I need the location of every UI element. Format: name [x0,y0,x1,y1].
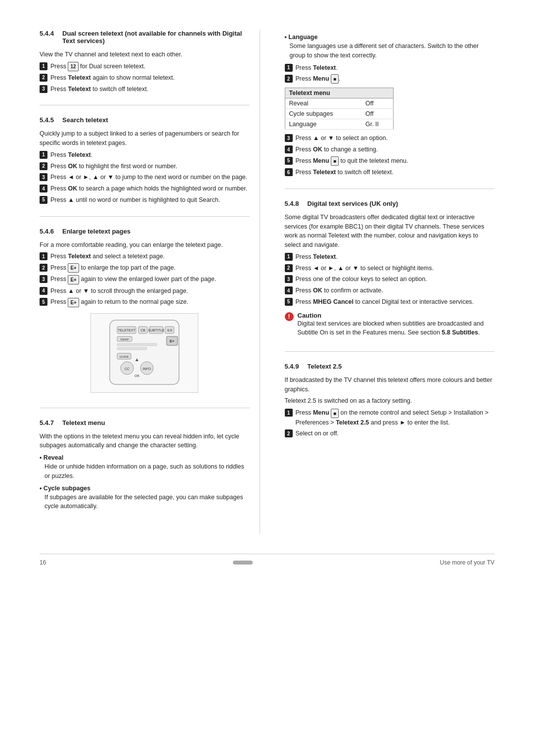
language-desc: Some languages use a different set of ch… [285,42,495,60]
svg-rect-14 [117,347,147,350]
step-lang-2: 2 Press Menu ■. [285,74,495,84]
svg-text:OK: OK [134,374,139,378]
section-header-5-4-9: 5.4.9 Teletext 2.5 [285,363,495,373]
table-cell-language-value: Gr. II [361,119,393,130]
caution-box: ! Caution Digital text services are bloc… [285,312,495,340]
caution-content: Caution Digital text services are blocke… [298,312,495,340]
section-intro-5-4-7: With the options in the teletext menu yo… [40,432,250,451]
svg-text:TELETEXT: TELETEXT [118,329,136,332]
section-title-5-4-8: Digital text services (UK only) [308,200,399,207]
section-intro-5-4-4: View the TV channel and teletext next to… [40,50,250,59]
enlarge-icon-3: E+ [68,298,79,307]
caution-title: Caution [298,312,495,319]
svg-text:8.8: 8.8 [167,329,172,332]
section-title-5-4-9: Teletext 2.5 [308,363,342,370]
remote-illustration: TELETEXT CB SUBTITLE 8.8 E+ SWAP [95,318,194,387]
page-number: 16 [40,559,46,566]
section-header-5-4-4: 5.4.4 Dual screen teletext (not availabl… [40,30,250,47]
section-num-5-4-8: 5.4.8 [285,200,304,210]
steps-5-4-5: 1 Press Teletext. 2 Press OK to highligh… [40,150,250,205]
steps-5-4-9: 1 Press Menu ■ on the remote control and… [285,408,495,438]
step-5-4-4-3: 3 Press Teletext to switch off teletext. [40,85,250,94]
dual-screen-icon: 12 [68,62,78,71]
step-5-4-6-2: 2 Press E+ to enlarge the top part of th… [40,263,250,273]
section-5-4-6: 5.4.6 Enlarge teletext pages For a more … [40,228,250,408]
table-cell-reveal-label: Reveal [285,98,361,109]
section-5-4-7: 5.4.7 Teletext menu With the options in … [40,419,250,523]
step-5-4-9-1: 1 Press Menu ■ on the remote control and… [285,408,495,427]
step-5-4-5-3: 3 Press ◄ or ►, ▲ or ▼ to jump to the ne… [40,173,250,182]
section-header-5-4-7: 5.4.7 Teletext menu [40,419,250,429]
remote-svg: TELETEXT CB SUBTITLE 8.8 E+ SWAP [90,313,198,393]
step-5-4-6-1: 1 Press Teletext and select a teletext p… [40,252,250,261]
right-column: • Language Some languages use a differen… [280,30,495,534]
menu-icon-1: ■ [331,74,339,84]
steps-5-4-8: 1 Press Teletext. 2 Press ◄ or ►, ▲ or ▼… [285,252,495,307]
section-num-5-4-7: 5.4.7 [40,419,58,429]
remote-diagram: TELETEXT CB SUBTITLE 8.8 E+ SWAP [40,313,250,393]
section-5-4-8: 5.4.8 Digital text services (UK only) So… [285,200,495,352]
section-header-5-4-6: 5.4.6 Enlarge teletext pages [40,228,250,237]
step-5-4-8-3: 3 Press one of the colour keys to select… [285,275,495,284]
step-5-4-4-2: 2 Press Teletext again to show normal te… [40,73,250,83]
section-intro1-5-4-9: If broadcasted by the TV channel this te… [285,376,495,394]
steps-language: 1 Press Teletext. 2 Press Menu ■. [285,63,495,84]
step-5-4-6-4: 4 Press ▲ or ▼ to scroll through the enl… [40,286,250,296]
table-cell-cycle-value: Off [361,109,393,119]
svg-rect-13 [117,343,157,346]
section-intro-5-4-6: For a more comfortable reading, you can … [40,240,250,250]
footer-bar [233,561,253,565]
menu-icon-3: ■ [331,409,339,418]
step-5-4-6-5: 5 Press E+ again to return to the normal… [40,297,250,307]
menu-icon-2: ■ [331,156,339,166]
step-5-4-4-1: 1 Press 12 for Dual screen teletext. [40,62,250,71]
language-title: • Language [285,34,495,41]
table-row-language: Language Gr. II [285,119,393,130]
section-5-4-9: 5.4.9 Teletext 2.5 If broadcasted by the… [285,363,495,450]
section-language: • Language Some languages use a differen… [285,34,495,189]
section-num-5-4-5: 5.4.5 [40,116,58,126]
step-5-4-5-5: 5 Press ▲ until no word or number is hig… [40,195,250,205]
section-num-5-4-9: 5.4.9 [285,363,304,373]
svg-text:INFO: INFO [143,367,151,371]
section-intro-5-4-5: Quickly jump to a subject linked to a se… [40,129,250,148]
table-header: Teletext menu [285,88,393,98]
section-title-5-4-5: Search teletext [62,116,108,124]
step-lang-1: 1 Press Teletext. [285,63,495,73]
table-cell-reveal-value: Off [361,98,393,109]
section-5-4-4: 5.4.4 Dual screen teletext (not availabl… [40,30,250,105]
step-5-4-5-1: 1 Press Teletext. [40,150,250,160]
step-lang-6: 6 Press Teletext to switch off teletext. [285,168,495,177]
reveal-title: • Reveal [40,454,250,461]
left-column: 5.4.4 Dual screen teletext (not availabl… [40,30,260,534]
table-cell-language-label: Language [285,119,361,130]
section-header-5-4-8: 5.4.8 Digital text services (UK only) [285,200,495,210]
svg-text:SWAP: SWAP [121,338,129,341]
steps-5-4-6: 1 Press Teletext and select a teletext p… [40,252,250,307]
step-5-4-5-2: 2 Press OK to highlight the first word o… [40,162,250,171]
step-5-4-8-5: 5 Press MHEG Cancel to cancel Digital te… [285,297,495,307]
svg-text:SUBTITLE: SUBTITLE [148,329,165,332]
svg-text:CC: CC [125,367,130,371]
reveal-desc: Hide or unhide hidden information on a p… [40,462,250,481]
caution-icon: ! [285,312,294,321]
step-5-4-8-4: 4 Press OK to confirm or activate. [285,286,495,295]
page-footer: 16 Use more of your TV [40,554,494,566]
step-5-4-8-1: 1 Press Teletext. [285,252,495,262]
svg-text:E+: E+ [170,339,175,343]
step-5-4-6-3: 3 Press E+ again to view the enlarged lo… [40,275,250,284]
section-5-4-5: 5.4.5 Search teletext Quickly jump to a … [40,116,250,216]
step-lang-5: 5 Press Menu ■ to quit the teletext menu… [285,156,495,166]
section-header-5-4-5: 5.4.5 Search teletext [40,116,250,126]
enlarge-icon-2: E+ [68,275,79,284]
svg-text:GUIDE: GUIDE [120,355,129,358]
section-num-5-4-6: 5.4.6 [40,228,58,237]
section-title-5-4-4: Dual screen teletext (not available for … [62,30,250,45]
svg-text:CB: CB [140,329,145,332]
steps-5-4-4: 1 Press 12 for Dual screen teletext. 2 P… [40,62,250,94]
cycle-desc: If subpages are available for the select… [40,493,250,512]
section-num-5-4-4: 5.4.4 [40,30,58,47]
step-5-4-5-4: 4 Press OK to search a page which holds … [40,184,250,193]
steps-language-after: 3 Press ▲ or ▼ to select an option. 4 Pr… [285,134,495,177]
table-row-cycle: Cycle subpages Off [285,109,393,119]
